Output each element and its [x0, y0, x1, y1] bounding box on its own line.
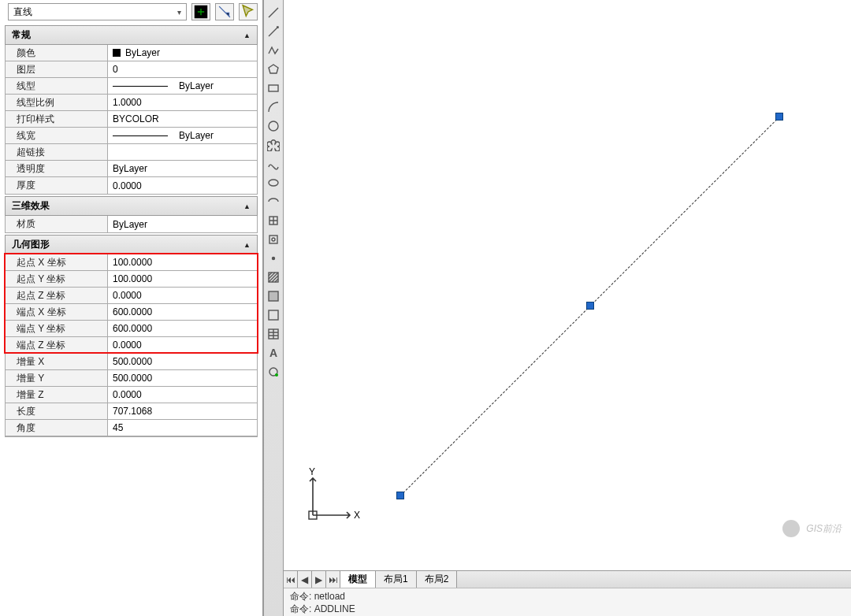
prop-value-layer[interactable]: 0 — [108, 61, 257, 77]
prop-value-deltay[interactable]: 500.0000 — [108, 370, 257, 386]
tab-first-icon[interactable]: ⏮ — [284, 571, 298, 588]
svg-rect-9 — [269, 291, 278, 301]
prop-value-plotstyle[interactable]: BYCOLOR — [108, 111, 257, 127]
command-history[interactable]: 命令: netload 命令: ADDLINE — [284, 588, 851, 616]
collapse-icon: ▲ — [243, 32, 251, 39]
quickselect-button[interactable] — [191, 3, 210, 20]
prop-label: 端点 X 坐标 — [6, 304, 108, 320]
object-type-selector[interactable]: 直线 ▾ — [8, 3, 187, 20]
prop-label: 起点 Y 坐标 — [6, 271, 108, 287]
prop-label: 增量 Y — [6, 370, 108, 386]
general-props: 颜色ByLayer 图层0 线型ByLayer 线型比例1.0000 打印样式B… — [5, 45, 258, 195]
tab-next-icon[interactable]: ▶ — [312, 571, 326, 588]
svg-point-2 — [269, 121, 278, 131]
prop-value-angle[interactable]: 45 — [108, 420, 257, 436]
drawing-canvas[interactable]: X Y GIS前沿 — [284, 0, 851, 570]
prop-label: 增量 X — [6, 354, 108, 369]
revcloud-tool-icon[interactable] — [266, 137, 281, 153]
prop-label: 线型比例 — [6, 95, 108, 110]
prop-value-material[interactable]: ByLayer — [108, 216, 257, 232]
prop-label: 透明度 — [6, 161, 108, 176]
grip-end[interactable] — [775, 113, 783, 121]
geometry-props: 起点 X 坐标100.0000 起点 Y 坐标100.0000 起点 Z 坐标0… — [5, 254, 258, 437]
prop-value-startz[interactable]: 0.0000 — [108, 288, 257, 303]
prop-value-deltax[interactable]: 500.0000 — [108, 354, 257, 369]
insertblock-tool-icon[interactable] — [266, 213, 281, 228]
addselected-tool-icon[interactable] — [266, 364, 281, 380]
prop-label: 端点 Z 坐标 — [6, 337, 108, 353]
svg-point-13 — [275, 373, 278, 377]
region-tool-icon[interactable] — [266, 307, 281, 323]
grip-start[interactable] — [396, 492, 404, 499]
makeblock-tool-icon[interactable] — [266, 232, 281, 247]
hatch-tool-icon[interactable] — [266, 269, 281, 285]
draw-toolbar: A — [263, 0, 284, 616]
prop-label: 端点 Y 坐标 — [6, 321, 108, 336]
prop-value-deltaz[interactable]: 0.0000 — [108, 387, 257, 403]
ellipsearc-tool-icon[interactable] — [266, 194, 281, 210]
table-tool-icon[interactable] — [266, 326, 281, 342]
cmd-line: 命令: ADDLINE — [290, 603, 845, 615]
svg-rect-5 — [269, 236, 277, 243]
tab-last-icon[interactable]: ⏭ — [326, 571, 340, 588]
prop-label: 长度 — [6, 403, 108, 419]
prop-value-transparency[interactable]: ByLayer — [108, 161, 257, 176]
prop-label: 线宽 — [6, 128, 108, 143]
prop-label: 颜色 — [6, 45, 108, 61]
collapse-icon: ▲ — [243, 241, 251, 249]
gradient-tool-icon[interactable] — [266, 288, 281, 304]
mtext-tool-icon[interactable]: A — [266, 345, 281, 361]
polygon-tool-icon[interactable] — [266, 61, 281, 77]
prop-value-starty[interactable]: 100.0000 — [108, 271, 257, 287]
prop-value-endy[interactable]: 600.0000 — [108, 321, 257, 336]
line-tool-icon[interactable] — [266, 5, 281, 20]
object-type-value: 直线 — [13, 6, 32, 19]
circle-tool-icon[interactable] — [266, 118, 281, 134]
prop-value-length[interactable]: 707.1068 — [108, 403, 257, 419]
prop-value-color[interactable]: ByLayer — [108, 45, 257, 61]
ray-tool-icon[interactable] — [266, 24, 281, 39]
category-general[interactable]: 常规▲ — [5, 25, 258, 45]
prop-label: 图层 — [6, 61, 108, 77]
prop-label: 增量 Z — [6, 387, 108, 403]
svg-point-7 — [273, 258, 275, 260]
prop-label: 打印样式 — [6, 111, 108, 127]
polyline-tool-icon[interactable] — [266, 43, 281, 58]
category-geometry[interactable]: 几何图形▲ — [5, 235, 258, 254]
prop-label: 角度 — [6, 420, 108, 436]
grip-mid[interactable] — [586, 302, 594, 310]
prop-label: 厚度 — [6, 177, 108, 194]
prop-value-hyperlink[interactable] — [108, 144, 257, 160]
prop-value-startx[interactable]: 100.0000 — [108, 254, 257, 270]
prop-value-ltscale[interactable]: 1.0000 — [108, 95, 257, 110]
properties-panel: 直线 ▾ 常规▲ 颜色ByLayer 图层0 线型ByLayer 线型比例1.0… — [0, 0, 263, 616]
watermark-logo-icon — [782, 520, 800, 537]
prop-value-thickness[interactable]: 0.0000 — [108, 177, 257, 194]
prop-value-linetype[interactable]: ByLayer — [108, 78, 257, 94]
ellipse-tool-icon[interactable] — [266, 175, 281, 191]
svg-text:X: X — [354, 510, 360, 521]
spline-tool-icon[interactable] — [266, 156, 281, 172]
svg-point-6 — [272, 238, 275, 241]
svg-text:Y: Y — [309, 466, 315, 477]
chevron-down-icon: ▾ — [177, 8, 181, 17]
prop-label: 超链接 — [6, 144, 108, 160]
rectangle-tool-icon[interactable] — [266, 80, 281, 96]
svg-point-3 — [269, 180, 278, 186]
tab-model[interactable]: 模型 — [340, 571, 376, 588]
cmd-line: 命令: netload — [290, 590, 845, 603]
tab-layout1[interactable]: 布局1 — [376, 571, 417, 588]
color-swatch-icon — [113, 49, 121, 57]
prop-value-endz[interactable]: 0.0000 — [108, 337, 257, 353]
arc-tool-icon[interactable] — [266, 99, 281, 115]
select-objects-button[interactable] — [239, 3, 258, 20]
tab-prev-icon[interactable]: ◀ — [298, 571, 312, 588]
ucs-icon: X Y — [301, 464, 364, 527]
tab-layout2[interactable]: 布局2 — [417, 571, 458, 588]
prop-value-lineweight[interactable]: ByLayer — [108, 128, 257, 143]
point-tool-icon[interactable] — [266, 250, 281, 266]
prop-value-endx[interactable]: 600.0000 — [108, 304, 257, 320]
pickadd-button[interactable] — [215, 3, 234, 20]
category-3d[interactable]: 三维效果▲ — [5, 196, 258, 216]
svg-rect-1 — [269, 85, 278, 91]
